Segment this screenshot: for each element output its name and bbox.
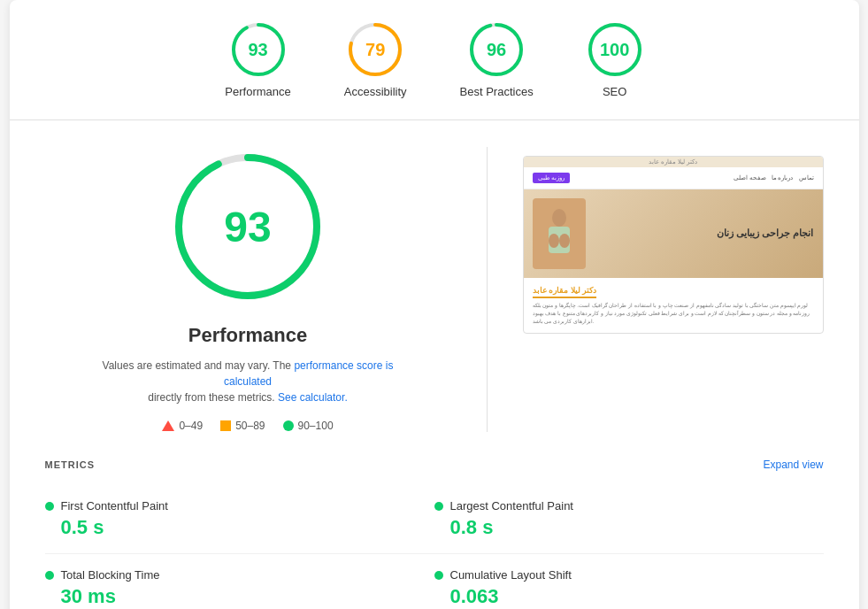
dot-green-icon xyxy=(283,420,294,431)
metric-name-lcp: Largest Contentful Paint xyxy=(450,499,573,513)
website-preview: دکتر لیلا مقاره عابد روزبه طبی صفحه اصلی… xyxy=(523,156,824,334)
metric-item-lcp: Largest Contentful Paint 0.8 s xyxy=(434,485,824,554)
legend-item-orange: 50–89 xyxy=(220,420,265,432)
legend-range-red: 0–49 xyxy=(179,420,203,432)
preview-doctor-name: دکتر لیلا مقاره عابد xyxy=(533,285,597,298)
metric-name-cls: Cumulative Layout Shift xyxy=(450,568,572,582)
preview-hero: انجام جراحی زیبایی زنان xyxy=(524,189,823,278)
score-item-accessibility[interactable]: 79 Accessibility xyxy=(344,21,407,98)
score-item-best-practices[interactable]: 96 Best Practices xyxy=(460,21,534,98)
score-item-seo[interactable]: 100 SEO xyxy=(587,21,643,98)
legend-range-green: 90–100 xyxy=(298,420,334,432)
main-card: 93 Performance 79 Accessibility 96 xyxy=(10,0,859,609)
score-value-seo: 100 xyxy=(600,40,629,60)
legend: 0–49 50–89 90–100 xyxy=(162,420,333,432)
metric-value-tbt: 30 ms xyxy=(45,585,399,608)
metrics-section: METRICS Expand view First Contentful Pai… xyxy=(10,459,859,609)
score-label-accessibility: Accessibility xyxy=(344,85,407,98)
legend-item-green: 90–100 xyxy=(283,420,334,432)
perf-desc: Values are estimated and may vary. The p… xyxy=(97,358,398,405)
desc-text-2: directly from these metrics. xyxy=(148,391,274,404)
score-value-best-practices: 96 xyxy=(487,40,506,60)
metric-value-fcp: 0.5 s xyxy=(45,516,399,539)
svg-point-13 xyxy=(559,234,570,248)
metric-name-tbt: Total Blocking Time xyxy=(61,568,160,582)
metrics-grid: First Contentful Paint 0.5 s Largest Con… xyxy=(45,485,824,609)
big-score-circle: 93 xyxy=(168,147,327,306)
metrics-title: METRICS xyxy=(45,459,96,470)
metric-name-row-lcp: Largest Contentful Paint xyxy=(434,499,824,513)
triangle-icon xyxy=(162,420,174,431)
score-label-seo: SEO xyxy=(603,85,626,98)
legend-item-red: 0–49 xyxy=(162,420,203,432)
score-label-performance: Performance xyxy=(225,85,290,98)
score-label-best-practices: Best Practices xyxy=(460,85,534,98)
left-panel: 93 Performance Values are estimated and … xyxy=(45,147,451,432)
preview-body: دکتر لیلا مقاره عابد لورم ایپسوم متن ساخ… xyxy=(524,278,823,333)
metric-dot-fcp xyxy=(45,502,54,511)
preview-header: روزبه طبی صفحه اصلی درباره ما تماس xyxy=(524,167,823,189)
metric-item-fcp: First Contentful Paint 0.5 s xyxy=(45,485,434,554)
preview-nav: صفحه اصلی درباره ما تماس xyxy=(734,174,814,181)
metric-dot-cls xyxy=(434,571,443,580)
hero-image xyxy=(533,198,586,269)
metrics-header: METRICS Expand view xyxy=(45,459,824,471)
score-item-performance[interactable]: 93 Performance xyxy=(225,21,290,98)
vertical-divider xyxy=(487,147,488,432)
preview-logo: روزبه طبی xyxy=(533,173,571,183)
metric-name-fcp: First Contentful Paint xyxy=(61,499,168,513)
score-circle-best-practices: 96 xyxy=(468,21,525,78)
metric-dot-lcp xyxy=(434,502,443,511)
preview-top-bar: دکتر لیلا مقاره عابد xyxy=(524,157,823,167)
score-value-accessibility: 79 xyxy=(365,40,385,60)
right-panel: دکتر لیلا مقاره عابد روزبه طبی صفحه اصلی… xyxy=(523,147,824,432)
expand-view-button[interactable]: Expand view xyxy=(763,459,823,471)
calc-link[interactable]: See calculator. xyxy=(278,391,348,404)
svg-point-10 xyxy=(552,209,566,227)
preview-body-text: لورم ایپسوم متن ساختگی با تولید سادگی نا… xyxy=(533,302,814,326)
square-icon xyxy=(220,420,231,431)
metric-dot-tbt xyxy=(45,571,54,580)
metric-name-row-tbt: Total Blocking Time xyxy=(45,568,399,582)
metric-name-row-cls: Cumulative Layout Shift xyxy=(434,568,824,582)
hero-text: انجام جراحی زیبایی زنان xyxy=(717,227,813,240)
score-value-performance: 93 xyxy=(248,40,267,60)
score-circle-performance: 93 xyxy=(230,21,287,78)
desc-text-1: Values are estimated and may vary. The xyxy=(103,359,291,372)
score-row: 93 Performance 79 Accessibility 96 xyxy=(10,0,859,120)
perf-title: Performance xyxy=(188,324,308,347)
nav-item-3: تماس xyxy=(799,174,814,181)
nav-item-2: درباره ما xyxy=(772,174,794,181)
nav-item-1: صفحه اصلی xyxy=(734,174,766,181)
metric-item-tbt: Total Blocking Time 30 ms xyxy=(45,554,434,609)
score-circle-seo: 100 xyxy=(587,21,643,78)
legend-range-orange: 50–89 xyxy=(235,420,265,432)
metric-value-lcp: 0.8 s xyxy=(434,516,824,539)
metric-item-cls: Cumulative Layout Shift 0.063 xyxy=(434,554,824,609)
metric-value-cls: 0.063 xyxy=(434,585,824,608)
score-circle-accessibility: 79 xyxy=(347,21,403,78)
main-content: 93 Performance Values are estimated and … xyxy=(10,120,859,459)
big-score-value: 93 xyxy=(224,203,271,251)
svg-point-12 xyxy=(549,234,559,248)
metric-name-row-fcp: First Contentful Paint xyxy=(45,499,399,513)
